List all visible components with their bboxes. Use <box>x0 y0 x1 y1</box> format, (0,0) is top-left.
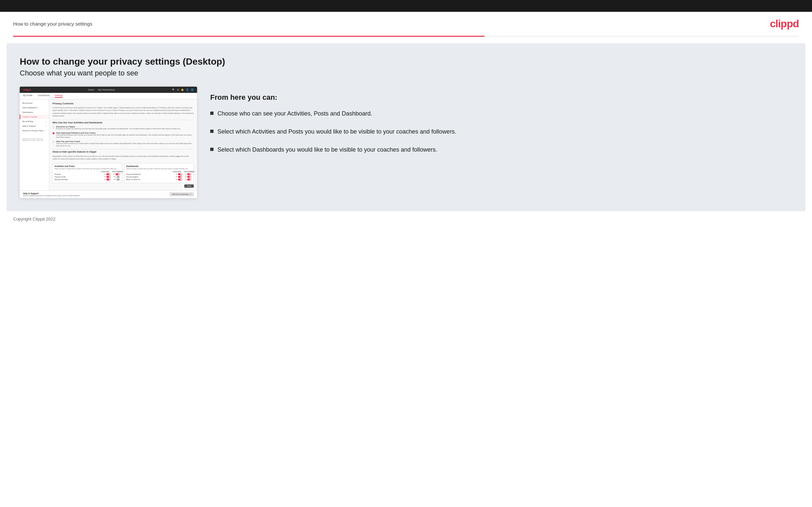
chevron-icon: ↗ <box>45 125 46 127</box>
round-coaches-toggle[interactable] <box>178 176 182 178</box>
sidebar-item-golf-bag[interactable]: My Golf Bag › <box>20 119 49 124</box>
radio-only-you-coach-circle[interactable] <box>53 141 55 143</box>
right-content: From here you can: Choose who can see yo… <box>210 87 792 164</box>
chevron-icon: › <box>46 102 46 104</box>
player-coaches-toggle[interactable] <box>178 173 182 175</box>
app-topbar-icons: 🔍 ⊞ 🔔 👤 🌐 <box>172 89 194 91</box>
bullet-text-1: Choose who can see your Activities, Post… <box>217 110 372 118</box>
player-followers-toggle[interactable] <box>187 173 191 175</box>
chevron-icon: › <box>46 116 46 118</box>
chevron-icon: › <box>46 111 46 113</box>
privacy-controls-desc: Control how you and your data appears to… <box>53 106 194 117</box>
header: How to change your privacy settings clip… <box>0 12 812 36</box>
app-topbar: clippd Home My Performance 🔍 ⊞ 🔔 👤 🌐 <box>20 87 197 93</box>
sidebar-item-help[interactable]: Help & Support ↗ <box>20 124 49 128</box>
footer: Copyright Clippd 2022 <box>0 211 812 227</box>
app-help-bar: Help & Support Visit our Clippd communit… <box>20 190 197 198</box>
user-avatar[interactable]: 👤 <box>186 89 189 91</box>
practice-drills-row: Practice Drills ON ON <box>55 176 120 178</box>
grid-icon[interactable]: ⊞ <box>177 89 179 91</box>
sidebar-item-privacy-policy[interactable]: Service & Privacy Policy ↗ <box>20 128 49 133</box>
rounds-followers-toggle[interactable] <box>116 173 119 175</box>
radio-everyone-circle[interactable] <box>53 126 55 128</box>
header-divider <box>13 36 799 37</box>
rounds-coaches-toggle[interactable] <box>106 173 110 175</box>
app-body: My Account › Data Integrations › Subscri… <box>20 100 197 190</box>
manual-followers-toggle[interactable] <box>116 178 119 180</box>
screenshot-mockup: clippd Home My Performance 🔍 ⊞ 🔔 👤 🌐 <box>20 87 197 198</box>
who-can-see-title: Who Can See Your Activities and Dashboar… <box>53 120 194 124</box>
features-grid: Activities and Posts Select the types of… <box>53 163 194 183</box>
chevron-icon: › <box>46 120 46 122</box>
chevron-icon: ↗ <box>45 130 46 131</box>
player-dashboard-row: Player Dashboard ON ON <box>126 173 192 175</box>
bullet-text-3: Select which Dashboards you would like t… <box>217 146 437 154</box>
content-row: clippd Home My Performance 🔍 ⊞ 🔔 👤 🌐 <box>20 87 792 198</box>
sidebar-item-data-integrations[interactable]: Data Integrations › <box>20 105 49 110</box>
tab-my-profile[interactable]: My Profile <box>23 94 33 98</box>
sidebar-item-privacy-controls[interactable]: Privacy Controls › <box>20 115 49 119</box>
dashboards-title: Dashboards <box>126 165 192 167</box>
dashboards-col-headers: COACHES FOLLOWERS <box>126 171 192 173</box>
app-nav: Home My Performance <box>88 89 115 91</box>
activities-posts-card: Activities and Posts Select the types of… <box>53 163 122 183</box>
main-content: How to change your privacy settings (Des… <box>7 43 805 211</box>
app-subnav: My Profile Connections Settings <box>20 93 197 100</box>
help-desc: Visit our Clippd community to troublesho… <box>23 194 80 196</box>
app-mockup-inner: clippd Home My Performance 🔍 ⊞ 🔔 👤 🌐 <box>20 87 197 198</box>
sidebar-item-my-account[interactable]: My Account › <box>20 101 49 105</box>
visit-community-button[interactable]: Visit Our Community ↗ <box>169 192 194 196</box>
radio-everyone[interactable]: Everyone on Clippd Everyone on Clippd ca… <box>53 126 194 130</box>
radio-everyone-desc: Everyone on Clippd can search for you an… <box>56 128 181 130</box>
bullet-item-3: Select which Dashboards you would like t… <box>210 146 792 154</box>
from-here-title: From here you can: <box>210 93 792 102</box>
chevron-icon: › <box>46 107 46 109</box>
external-link-icon: ↗ <box>190 193 191 195</box>
radio-followers-coach-circle[interactable] <box>53 132 55 134</box>
bullet-square-1 <box>210 112 213 115</box>
activities-posts-title: Activities and Posts <box>55 165 120 167</box>
round-followers-toggle[interactable] <box>187 176 191 178</box>
show-hide-title: Show or hide specific features in Clippd <box>53 149 194 153</box>
version-info: Clippd Client Version: 2022.8.2SQL Serve… <box>20 135 49 143</box>
bullet-square-3 <box>210 148 213 151</box>
work-coaches-toggle[interactable] <box>178 178 182 180</box>
save-button[interactable]: Save <box>184 184 194 188</box>
app-sidebar: My Account › Data Integrations › Subscri… <box>20 100 49 190</box>
radio-followers-coach-desc: Only approved followers and coaches you … <box>56 134 194 138</box>
globe-icon[interactable]: 🌐 <box>191 89 194 91</box>
privacy-controls-title: Privacy Controls <box>53 102 194 105</box>
main-subheading: Choose what you want people to see <box>20 69 792 77</box>
app-nav-performance[interactable]: My Performance <box>98 89 115 91</box>
top-bar <box>0 0 812 12</box>
tab-connections[interactable]: Connections <box>38 94 50 98</box>
practice-coaches-toggle[interactable] <box>106 176 110 178</box>
bell-icon[interactable]: 🔔 <box>181 89 184 91</box>
bullet-text-2: Select which Activities and Posts you wo… <box>217 128 456 136</box>
save-row: Save <box>53 184 194 188</box>
practice-followers-toggle[interactable] <box>116 176 119 178</box>
dashboards-desc: Select the types of activity that you'd … <box>126 168 192 170</box>
sidebar-item-subscription[interactable]: Subscription › <box>20 110 49 115</box>
app-main-panel: Privacy Controls Control how you and you… <box>49 100 197 190</box>
activities-posts-desc: Select the types of activity that you'd … <box>55 168 120 170</box>
app-logo: clippd <box>23 88 31 91</box>
work-followers-toggle[interactable] <box>187 178 191 180</box>
app-nav-home[interactable]: Home <box>88 89 94 91</box>
dashboards-card: Dashboards Select the types of activity … <box>124 163 194 183</box>
bullet-item-1: Choose who can see your Activities, Post… <box>210 110 792 118</box>
rounds-row: Rounds ON ON <box>55 173 120 175</box>
activities-col-headers: COACHES FOLLOWERS <box>55 171 120 173</box>
radio-followers-coach[interactable]: Only Approved Followers and Your Coach O… <box>53 132 194 138</box>
logo: clippd <box>770 18 799 30</box>
show-hide-desc: Regardless of the privacy controls that … <box>53 155 194 161</box>
page-title: How to change your privacy settings <box>13 21 92 26</box>
footer-text: Copyright Clippd 2022 <box>13 217 55 222</box>
bullet-square-2 <box>210 130 213 133</box>
round-insights-row: Round Insights ON ON <box>126 176 192 178</box>
radio-only-you-coach[interactable]: Only You and Your Coach Only you and the… <box>53 140 194 147</box>
tab-settings[interactable]: Settings <box>55 94 63 98</box>
manual-coaches-toggle[interactable] <box>106 178 110 180</box>
radio-only-you-coach-desc: Only you and the coaches you connect wit… <box>56 143 194 147</box>
search-icon[interactable]: 🔍 <box>172 89 175 91</box>
